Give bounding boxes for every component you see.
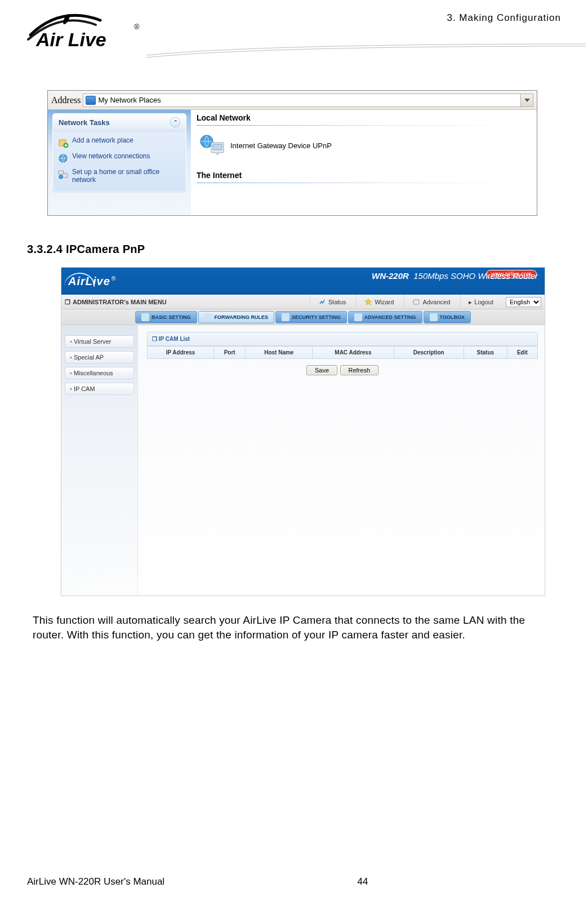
the-internet-heading: The Internet (191, 167, 537, 181)
sidebar-ip-cam[interactable]: IP CAM (65, 383, 134, 395)
col-port: Port (213, 347, 245, 359)
tab-basic-setting[interactable]: BASIC SETTING (135, 311, 197, 323)
wizard-icon (364, 298, 372, 306)
tasks-sidebar: Network Tasks ⌃ Add a network place (48, 110, 191, 215)
col-description: Description (394, 347, 464, 359)
gateway-device-icon (199, 134, 226, 157)
svg-text:®: ® (134, 23, 140, 31)
local-network-heading: Local Network (191, 110, 537, 124)
col-ip-address: IP Address (148, 347, 214, 359)
router-admin-screenshot: AirLive® www.airlive.com WN-220R 150Mbps… (61, 267, 545, 596)
folder-icon: ❐ (65, 299, 70, 306)
address-label: Address (51, 95, 81, 105)
logout-icon: ▸ (469, 299, 472, 306)
admin-main-menu-label: ADMINISTRATOR's MAIN MENU (73, 299, 167, 305)
sidebar-miscellaneous[interactable]: Miscellaneous (65, 367, 134, 379)
save-button[interactable]: Save (306, 365, 337, 375)
toolbox-icon (430, 313, 438, 321)
svg-rect-7 (63, 174, 68, 177)
add-place-icon (57, 137, 69, 148)
ip-cam-list-title: IP CAM List (147, 332, 538, 346)
svg-point-8 (59, 175, 63, 179)
address-bar: Address My Network Places (48, 91, 537, 110)
sidebar-virtual-server[interactable]: Virtual Server (65, 335, 134, 348)
network-places-icon (86, 96, 96, 105)
ip-cam-table: IP Address Port Host Name MAC Address De… (147, 346, 538, 359)
address-value: My Network Places (98, 96, 161, 104)
menu-advanced[interactable]: Advanced (404, 295, 458, 309)
svg-rect-13 (413, 300, 419, 304)
tab-toolbox[interactable]: TOOLBOX (424, 311, 471, 323)
gateway-device-label: Internet Gateway Device UPnP (230, 141, 332, 150)
forwarding-rules-icon (204, 313, 212, 321)
collapse-icon[interactable]: ⌃ (170, 117, 180, 127)
router-category-tabs: BASIC SETTING FORWARDING RULES SECURITY … (61, 309, 545, 325)
page-footer: AirLive WN-220R User's Manual 44 (27, 876, 561, 887)
airlive-logo: Air Live ® (27, 11, 151, 54)
svg-rect-12 (216, 153, 219, 155)
svg-rect-11 (213, 144, 222, 150)
col-edit: Edit (507, 347, 537, 359)
address-dropdown[interactable] (521, 94, 533, 107)
footer-manual-title: AirLive WN-220R User's Manual (27, 876, 164, 887)
router-header: AirLive® www.airlive.com WN-220R 150Mbps… (61, 268, 545, 295)
col-host-name: Host Name (246, 347, 313, 359)
advanced-setting-icon (354, 313, 362, 321)
security-setting-icon (282, 313, 289, 321)
menu-logout[interactable]: ▸ Logout (460, 295, 501, 309)
col-mac-address: MAC Address (313, 347, 394, 359)
router-logo: AirLive® (68, 275, 116, 288)
table-header-row: IP Address Port Host Name MAC Address De… (148, 347, 538, 359)
status-icon (318, 298, 326, 306)
menu-wizard[interactable]: Wizard (356, 295, 402, 309)
task-view-connections[interactable]: View network connections (57, 150, 181, 166)
section-description: This function will automatically search … (33, 613, 555, 642)
router-model: WN-220R 150Mbps SOHO Wireless Router (372, 271, 538, 281)
task-add-network-place[interactable]: Add a network place (57, 135, 181, 150)
address-field[interactable]: My Network Places (83, 94, 521, 107)
language-select[interactable]: English (506, 297, 541, 307)
refresh-button[interactable]: Refresh (340, 365, 379, 375)
tab-security-setting[interactable]: SECURITY SETTING (275, 311, 347, 323)
section-heading: 3.3.2.4 IPCamera PnP (27, 243, 561, 256)
my-network-places-screenshot: Address My Network Places Network Tasks … (47, 90, 537, 216)
task-setup-network[interactable]: Set up a home or small office network (57, 166, 181, 187)
network-connections-icon (57, 153, 69, 164)
menu-status[interactable]: Status (310, 295, 354, 309)
internet-gateway-device[interactable]: Internet Gateway Device UPnP (191, 131, 537, 167)
svg-text:Air Live: Air Live (35, 29, 106, 50)
tab-advanced-setting[interactable]: ADVANCED SETTING (348, 311, 422, 323)
chapter-header: 3. Making Configuration (447, 10, 561, 24)
router-sidebar: Virtual Server Special AP Miscellaneous … (61, 325, 138, 596)
router-top-menu: ❐ ADMINISTRATOR's MAIN MENU Status Wizar… (61, 295, 545, 309)
sidebar-special-ap[interactable]: Special AP (65, 351, 134, 363)
page-number: 44 (358, 876, 368, 887)
network-tasks-panel-title: Network Tasks ⌃ (53, 114, 186, 131)
setup-network-icon (57, 168, 69, 180)
basic-setting-icon (141, 313, 149, 321)
advanced-icon (412, 298, 420, 306)
col-status: Status (464, 347, 507, 359)
header-divider (146, 43, 586, 59)
tab-forwarding-rules[interactable]: FORWARDING RULES (198, 311, 274, 323)
router-main-content: IP CAM List IP Address Port Host Name MA… (138, 325, 545, 596)
